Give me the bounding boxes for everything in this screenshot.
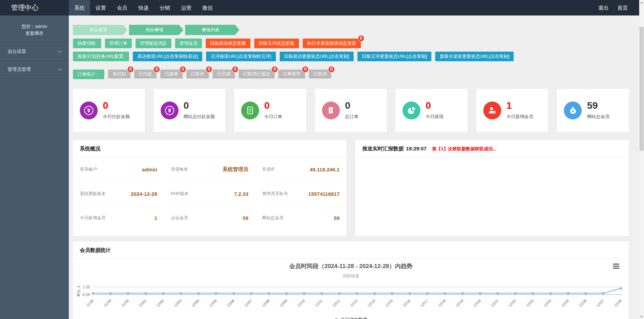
- nav-right: 退出 首页: [594, 0, 644, 15]
- x-axis-label: 12/10: [296, 298, 305, 308]
- breadcrumb: 后台首页待办事项事项列表: [73, 25, 629, 35]
- x-axis-label: 12/21: [490, 298, 499, 308]
- panels-row: 系统概况 登录账户admin登录角色系统管理员登录IP49.118.246.1系…: [73, 140, 629, 236]
- x-axis-label: 12/28: [613, 298, 622, 308]
- data-point: [602, 292, 604, 295]
- overview-cell-login-account: 登录账户admin: [80, 157, 157, 182]
- overview-value: 系统管理员: [223, 166, 248, 173]
- scrollbar-thumb[interactable]: [640, 27, 644, 151]
- nav-item-operation[interactable]: 运营: [175, 0, 197, 15]
- data-point: [409, 292, 411, 295]
- yen-icon: ¥: [80, 102, 98, 119]
- chart-menu-icon[interactable]: [613, 264, 619, 270]
- x-axis-label: 12/23: [525, 298, 535, 308]
- scroll-down-icon[interactable]: [639, 314, 644, 319]
- x-axis-label: 12/22: [507, 298, 517, 308]
- data-point: [584, 292, 587, 295]
- x-axis-label: 12/16: [402, 298, 411, 308]
- system-overview-grid: 登录账户admin登录角色系统管理员登录IP49.118.246.1系统更新版本…: [73, 157, 346, 230]
- vertical-scrollbar[interactable]: [639, 0, 644, 319]
- x-axis-label: 12/18: [437, 298, 447, 308]
- system-overview-title: 系统概况: [80, 146, 100, 152]
- breadcrumb-item-list[interactable]: 事项列表: [185, 25, 239, 35]
- data-point: [391, 292, 393, 295]
- order-abnormal-button[interactable]: 订单异常0: [278, 70, 305, 78]
- home-link[interactable]: 首页: [613, 0, 632, 15]
- chart-subtitle: 讯软快递: [76, 273, 626, 279]
- data-point: [514, 292, 517, 295]
- overview-cell-site-total-members: 网站总会员59: [262, 206, 340, 230]
- data-point: [461, 292, 464, 295]
- manage-orders-button[interactable]: 管理订单: [105, 39, 132, 48]
- new-allchannel-update-status-url-button[interactable]: 新版全渠道更新状态URL[点击复制]: [435, 52, 514, 61]
- overview-label: 系统更新版本: [80, 191, 106, 197]
- overview-label: 今日新增会员: [80, 215, 106, 221]
- breadcrumb-item-todo[interactable]: 待办事项: [129, 25, 183, 35]
- nav-item-wechat[interactable]: 微信: [197, 0, 218, 15]
- old-yida-update-status-url-button[interactable]: 旧版易达更新状态URL[点击复制]: [280, 52, 354, 61]
- cancelled-refunded-button[interactable]: 已取消已退款0: [239, 70, 275, 78]
- chart-area: 会员时间段（2024-11-28 - 2024-12-28）内趋势 讯软快递 1…: [73, 259, 629, 319]
- user-add-icon: [483, 102, 501, 119]
- chart-legend[interactable]: 当日添加数量: [76, 317, 626, 319]
- nav-item-system[interactable]: 系统: [69, 0, 90, 15]
- old-yunyang-update-status-url-button[interactable]: 旧版云洋更新状态URL[点击复制]: [357, 52, 431, 61]
- yunyang-push-url-button[interactable]: 云洋推送URL[点击复制给云洋]: [206, 52, 276, 61]
- x-axis-label: 12/17: [420, 298, 429, 308]
- refresh-cache-link[interactable]: 更新缓存: [3, 30, 65, 37]
- data-point: [268, 292, 270, 295]
- stat-card-site-total-payment-amount: ¥0网站总付款金额: [154, 89, 226, 132]
- stat-label: 今日提现: [426, 114, 443, 120]
- picked-up-button[interactable]: 已取件0: [186, 70, 209, 78]
- overview-value: 59: [334, 215, 340, 221]
- x-axis-label: 12/15: [384, 298, 394, 308]
- overview-value: 2024-12-28: [131, 191, 157, 197]
- stat-card-today-new-members: 1今日新增会员: [476, 89, 548, 132]
- main-content: 后台首页待办事项事项列表 快捷功能:管理订单管理推送消息管理会员旧版易达状态更新…: [69, 15, 639, 319]
- user-greeting: 您好：admin: [3, 23, 65, 30]
- nav-item-member[interactable]: 会员: [111, 0, 133, 15]
- badge-count: 0: [153, 66, 160, 73]
- manage-push-messages-button[interactable]: 管理推送消息: [136, 39, 171, 48]
- breadcrumb-item-home[interactable]: 后台首页: [73, 25, 127, 35]
- badge-count: 0: [127, 66, 134, 73]
- logout-link[interactable]: 退出: [594, 0, 613, 15]
- data-point: [144, 292, 147, 295]
- completed-button[interactable]: 已完成0: [213, 70, 235, 78]
- chevron-down-icon: [58, 67, 62, 71]
- data-point: [321, 292, 323, 295]
- cancelled-button[interactable]: 已取消0: [309, 70, 331, 78]
- nav-item-settings[interactable]: 设置: [90, 0, 111, 15]
- overview-value: 7.2.33: [234, 191, 248, 197]
- overview-cell-login-role: 登录角色系统管理员: [171, 157, 248, 182]
- push-report-panel: 推送实时汇报数据 19:29:07 第【1】次获取新数据获取成功...: [355, 140, 629, 236]
- scroll-up-icon[interactable]: [639, 0, 644, 5]
- push-url-row: 推送/计划任务URL配置:易达推送URL[点击复制给易达]云洋推送URL[点击复…: [73, 52, 629, 61]
- overview-label: 认证会员: [171, 215, 188, 221]
- overview-label: 登录角色: [171, 167, 188, 172]
- unpaid-button[interactable]: 未付款0: [108, 70, 130, 78]
- stat-value: 0: [184, 101, 215, 110]
- nav-item-express[interactable]: 快递: [133, 0, 154, 15]
- old-yida-status-update-button[interactable]: 旧版易达状态更新: [206, 39, 250, 48]
- x-axis-label: 12/13: [349, 298, 358, 308]
- stat-card-today-withdrawal: 0今日提现: [396, 89, 468, 132]
- sidebar-item-label: 管理员管理: [8, 66, 31, 73]
- stat-label: 总订单: [345, 114, 358, 120]
- nav-item-distribution[interactable]: 分销: [154, 0, 175, 15]
- yida-push-url-button[interactable]: 易达推送URL[点击复制给易达]: [133, 52, 202, 61]
- manage-members-button[interactable]: 管理会员: [175, 39, 202, 48]
- paid-button[interactable]: 已付款0: [134, 70, 157, 78]
- stat-label: 今日付款金额: [103, 114, 130, 120]
- old-yunyang-status-update-button[interactable]: 旧版云洋状态更新: [254, 39, 299, 48]
- data-point: [233, 292, 235, 295]
- overview-cell-system-update-version: 系统更新版本2024-12-28: [80, 182, 157, 206]
- data-point: [479, 292, 481, 295]
- badge-count: 0: [302, 66, 309, 73]
- overview-cell-php-version: PHP版本7.2.33: [171, 182, 248, 206]
- sidebar-item-backend-settings[interactable]: 后台设置: [0, 43, 69, 61]
- run-allchannel-push-update-button[interactable]: 执行全渠道推送信息更新0: [303, 39, 361, 48]
- sidebar-item-admin-management[interactable]: 管理员管理: [0, 61, 69, 78]
- accepted-button[interactable]: 已接单0: [160, 70, 183, 78]
- stat-card-total-orders: 0总订单: [315, 89, 387, 132]
